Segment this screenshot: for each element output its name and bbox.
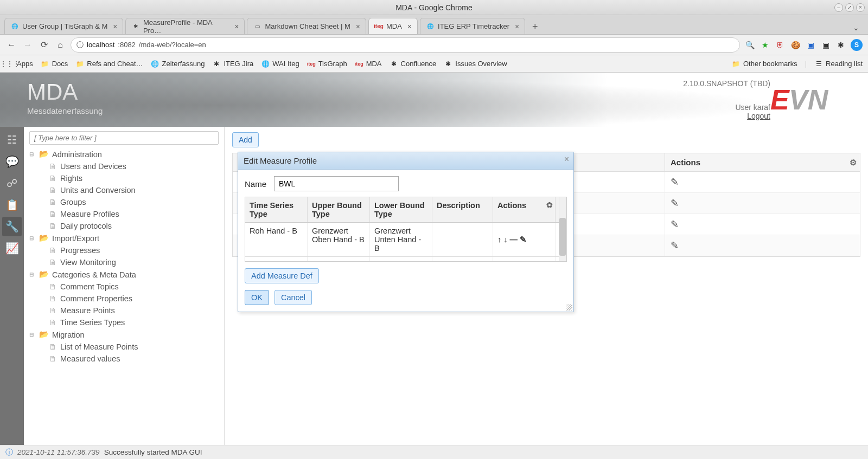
col-upper[interactable]: Upper Bound Type <box>308 197 370 222</box>
url-path: /mda-web/?locale=en <box>139 41 206 49</box>
window-minimize-button[interactable]: – <box>834 3 843 12</box>
tree-item[interactable]: 🗎Comment Properties <box>49 293 219 305</box>
doc-icon: 🗎 <box>49 306 57 315</box>
logout-link[interactable]: Logout <box>747 112 770 120</box>
collapse-icon[interactable]: ⊟ <box>29 235 36 241</box>
nav-back-button[interactable]: ← <box>5 39 17 51</box>
tree-item[interactable]: 🗎Measured values <box>49 353 219 365</box>
tree-folder-migration[interactable]: ⊟📂Migration <box>29 328 219 341</box>
tree-filter-input[interactable] <box>29 131 219 145</box>
tab-close-icon[interactable]: × <box>407 22 412 31</box>
edit-icon[interactable]: ✎ <box>671 177 679 188</box>
tab-close-icon[interactable]: × <box>515 22 519 31</box>
nav-reload-button[interactable]: ⟳ <box>38 39 50 51</box>
browser-tab-active[interactable]: itegMDA× <box>368 18 418 34</box>
window-maximize-button[interactable]: ⤢ <box>845 3 854 12</box>
bookmark-item[interactable]: 📁Refs and Cheat… <box>75 60 143 68</box>
tree-item[interactable]: 🗎Units and Conversion <box>49 184 219 196</box>
rail-graph-icon[interactable]: ☍ <box>2 173 22 193</box>
browser-tab[interactable]: ✱MeasureProfile - MDA Pro…× <box>125 18 245 34</box>
measure-row[interactable]: Roh Hand - W Grenzwert Oben Hand - W Gre… <box>245 257 566 262</box>
tree-item[interactable]: 🗎Time Series Types <box>49 316 219 328</box>
shield-icon[interactable]: ⛨ <box>775 40 786 50</box>
add-measure-def-button[interactable]: Add Measure Def <box>245 268 319 283</box>
tree-item[interactable]: 🗎View Monitoring <box>49 256 219 268</box>
resize-handle[interactable] <box>566 304 572 311</box>
apps-button[interactable]: ⋮⋮⋮Apps <box>5 60 33 68</box>
url-input[interactable]: ⓘ localhost:8082/mda-web/?locale=en <box>71 37 740 53</box>
gear-icon[interactable]: ⚙ <box>850 158 857 167</box>
nav-forward-button[interactable]: → <box>22 39 34 51</box>
window-close-button[interactable]: × <box>856 3 865 12</box>
tree-item[interactable]: 🗎List of Measure Points <box>49 341 219 353</box>
collapse-icon[interactable]: ⊟ <box>29 332 36 338</box>
ok-button[interactable]: OK <box>245 290 269 305</box>
rail-chat-icon[interactable]: 💬 <box>2 152 22 171</box>
bookmark-item[interactable]: ✱Confluence <box>390 60 437 68</box>
col-actions[interactable]: Actions✿ <box>493 197 556 222</box>
bookmark-item[interactable]: 🌐WAI Iteg <box>261 60 299 68</box>
star-icon[interactable]: ★ <box>760 40 770 50</box>
bookmark-item[interactable]: itegTisGraph <box>307 60 347 68</box>
puzzle-icon[interactable]: ✱ <box>835 40 846 50</box>
name-input[interactable] <box>274 176 399 191</box>
new-tab-button[interactable]: + <box>527 19 542 34</box>
tree-item[interactable]: 🗎Comment Topics <box>49 281 219 293</box>
bookmark-item[interactable]: ✱ITEG Jira <box>212 60 253 68</box>
tab-close-icon[interactable]: × <box>234 22 239 31</box>
browser-tab[interactable]: ▭Markdown Cheat Sheet | M× <box>247 18 366 34</box>
tree-item[interactable]: 🗎Progresses <box>49 244 219 256</box>
bookmark-item[interactable]: ✱Issues Overview <box>444 60 507 68</box>
move-up-icon[interactable]: ↑ <box>497 235 501 244</box>
dialog-titlebar[interactable]: Edit Measure Profile × <box>238 152 573 170</box>
tree-folder-categories[interactable]: ⊟📂Categories & Meta Data <box>29 268 219 281</box>
tree-item[interactable]: 🗎Measure Points <box>49 305 219 316</box>
extension-icon-1[interactable]: ▣ <box>805 40 816 50</box>
gear-icon[interactable]: ✿ <box>546 201 553 209</box>
other-bookmarks-button[interactable]: 📁Other bookmarks <box>732 60 797 68</box>
col-desc[interactable]: Description <box>432 197 493 222</box>
rail-tree-icon[interactable]: ☷ <box>2 130 22 150</box>
tab-dropdown-button[interactable]: ⌄ <box>848 21 864 34</box>
tab-close-icon[interactable]: × <box>356 22 360 31</box>
remove-icon[interactable]: — <box>510 235 518 244</box>
bookmark-item[interactable]: itegMDA <box>355 60 382 68</box>
cookie-icon[interactable]: 🍪 <box>790 40 801 50</box>
profile-avatar[interactable]: S <box>851 39 863 51</box>
reading-list-button[interactable]: ☰Reading list <box>814 60 863 68</box>
dialog-close-icon[interactable]: × <box>564 154 569 164</box>
tree-folder-importexport[interactable]: ⊟📂Import/Export <box>29 232 219 244</box>
cancel-button[interactable]: Cancel <box>275 290 312 305</box>
move-down-icon[interactable]: ↓ <box>503 235 507 244</box>
edit-icon[interactable]: ✎ <box>520 235 527 244</box>
add-button[interactable]: Add <box>232 132 259 147</box>
col-timeseries[interactable]: Time Series Type <box>245 197 308 222</box>
tab-close-icon[interactable]: × <box>113 22 117 31</box>
tree-item[interactable]: 🗎Users and Devices <box>49 160 219 172</box>
rail-doc-icon[interactable]: 📋 <box>2 195 22 215</box>
search-icon[interactable]: 🔍 <box>744 40 755 50</box>
browser-tab[interactable]: 🌐ITEG ERP Timetracker× <box>420 18 525 34</box>
nav-home-button[interactable]: ⌂ <box>54 39 66 51</box>
collapse-icon[interactable]: ⊟ <box>29 151 36 157</box>
tree-item[interactable]: 🗎Daily protocols <box>49 220 219 232</box>
bookmark-item[interactable]: 📁Docs <box>41 60 68 68</box>
edit-icon[interactable]: ✎ <box>671 219 679 230</box>
tree-item[interactable]: 🗎Rights <box>49 172 219 184</box>
measure-row[interactable]: Roh Hand - B Grenzwert Oben Hand - B Gre… <box>245 223 566 257</box>
scrollbar-thumb[interactable] <box>559 218 566 256</box>
site-info-icon[interactable]: ⓘ <box>76 40 84 50</box>
browser-tab[interactable]: 🌐User Group | TisGraph & M× <box>4 18 123 34</box>
edit-icon[interactable]: ✎ <box>671 198 679 209</box>
tree-folder-administration[interactable]: ⊟📂Administration <box>29 148 219 160</box>
grid-header-actions[interactable]: Actions⚙ <box>665 153 860 171</box>
extension-icon-2[interactable]: ▣ <box>820 40 831 50</box>
edit-icon[interactable]: ✎ <box>671 240 679 251</box>
collapse-icon[interactable]: ⊟ <box>29 271 36 277</box>
col-lower[interactable]: Lower Bound Type <box>370 197 432 222</box>
rail-chart-icon[interactable]: 📈 <box>2 238 22 258</box>
bookmark-item[interactable]: 🌐Zeiterfassung <box>151 60 205 68</box>
rail-wrench-icon[interactable]: 🔧 <box>2 217 22 236</box>
tree-item[interactable]: 🗎Measure Profiles <box>49 208 219 220</box>
tree-item[interactable]: 🗎Groups <box>49 196 219 208</box>
